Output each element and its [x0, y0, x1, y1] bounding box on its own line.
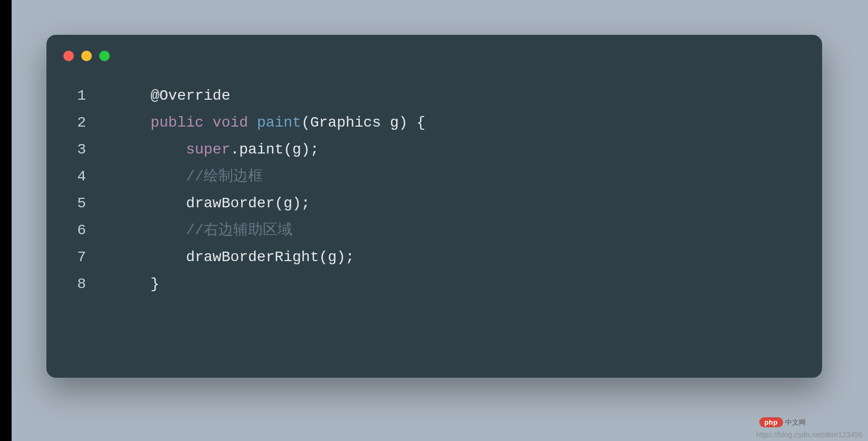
- code-line: 1 @Override: [68, 82, 801, 109]
- code-line: 5 drawBorder(g);: [68, 190, 801, 217]
- line-number: 1: [68, 82, 115, 109]
- code-card: 1 @Override2 public void paint(Graphics …: [46, 35, 822, 378]
- badge-pill: php: [759, 417, 783, 427]
- minimize-icon[interactable]: [81, 51, 92, 61]
- code-content: public void paint(Graphics g) {: [115, 109, 425, 136]
- code-content: }: [115, 271, 159, 298]
- code-content: @Override: [115, 82, 230, 109]
- close-icon[interactable]: [63, 51, 74, 61]
- watermark-url: https://blog.csdn.net/dkm123456: [756, 430, 863, 439]
- line-number: 3: [68, 136, 115, 163]
- code-line: 8 }: [68, 271, 801, 298]
- line-number: 2: [68, 109, 115, 136]
- line-number: 5: [68, 190, 115, 217]
- code-line: 4 //绘制边框: [68, 163, 801, 190]
- code-block: 1 @Override2 public void paint(Graphics …: [68, 82, 801, 298]
- code-line: 2 public void paint(Graphics g) {: [68, 109, 801, 136]
- line-number: 6: [68, 217, 115, 244]
- code-content: //绘制边框: [115, 163, 263, 190]
- maximize-icon[interactable]: [99, 51, 110, 61]
- badge-text: 中文网: [785, 418, 806, 427]
- window-controls: [63, 51, 801, 61]
- watermark-badge: php 中文网: [759, 417, 806, 427]
- code-content: drawBorder(g);: [115, 190, 310, 217]
- code-content: super.paint(g);: [115, 136, 319, 163]
- code-line: 6 //右边辅助区域: [68, 217, 801, 244]
- code-line: 7 drawBorderRight(g);: [68, 244, 801, 271]
- line-number: 7: [68, 244, 115, 271]
- code-content: //右边辅助区域: [115, 217, 292, 244]
- line-number: 4: [68, 163, 115, 190]
- left-strip: [0, 0, 12, 441]
- line-number: 8: [68, 271, 115, 298]
- code-line: 3 super.paint(g);: [68, 136, 801, 163]
- code-content: drawBorderRight(g);: [115, 244, 355, 271]
